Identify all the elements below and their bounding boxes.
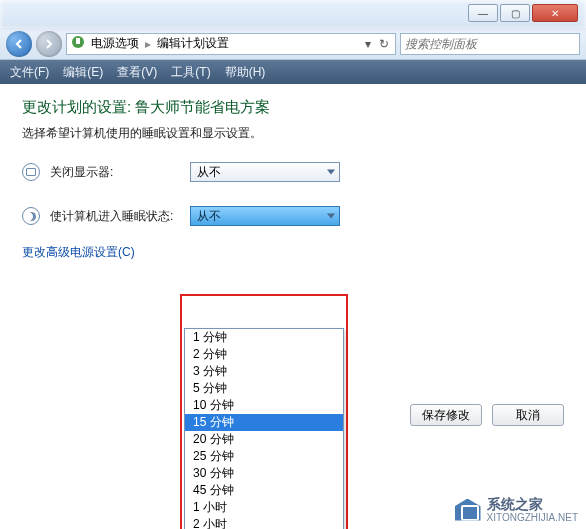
refresh-icon[interactable]: ↻ — [377, 35, 391, 53]
cancel-button[interactable]: 取消 — [492, 404, 564, 426]
monitor-icon — [22, 163, 40, 181]
row-sleep: 使计算机进入睡眠状态: 从不 — [22, 206, 564, 226]
page-description: 选择希望计算机使用的睡眠设置和显示设置。 — [22, 125, 564, 142]
save-button[interactable]: 保存修改 — [410, 404, 482, 426]
sleep-value: 从不 — [197, 208, 221, 225]
menu-edit[interactable]: 编辑(E) — [63, 64, 103, 81]
sleep-option[interactable]: 30 分钟 — [185, 465, 343, 482]
dialog-buttons: 保存修改 取消 — [410, 404, 564, 426]
breadcrumb-icon — [71, 35, 85, 52]
breadcrumb[interactable]: 电源选项 ▸ 编辑计划设置 ▾ ↻ — [66, 33, 396, 55]
advanced-power-link[interactable]: 更改高级电源设置(C) — [22, 244, 135, 261]
window-controls: — ▢ ✕ — [468, 4, 578, 22]
sleep-dropdown[interactable]: 1 分钟2 分钟3 分钟5 分钟10 分钟15 分钟20 分钟25 分钟30 分… — [184, 328, 344, 529]
watermark-sub: XITONGZHIJIA.NET — [487, 512, 579, 523]
minimize-button[interactable]: — — [468, 4, 498, 22]
menu-tools[interactable]: 工具(T) — [171, 64, 210, 81]
arrow-right-icon — [43, 38, 55, 50]
sleep-option[interactable]: 1 分钟 — [185, 329, 343, 346]
sleep-label: 使计算机进入睡眠状态: — [50, 208, 180, 225]
breadcrumb-item-1[interactable]: 电源选项 — [91, 35, 139, 52]
turn-off-display-label: 关闭显示器: — [50, 164, 180, 181]
turn-off-display-value: 从不 — [197, 164, 221, 181]
sleep-option[interactable]: 15 分钟 — [185, 414, 343, 431]
watermark-logo-icon — [455, 499, 481, 521]
search-input[interactable] — [405, 37, 575, 51]
arrow-left-icon — [13, 38, 25, 50]
search-box[interactable] — [400, 33, 580, 55]
menu-view[interactable]: 查看(V) — [117, 64, 157, 81]
chevron-right-icon: ▸ — [145, 37, 151, 51]
back-button[interactable] — [6, 31, 32, 57]
menu-help[interactable]: 帮助(H) — [225, 64, 266, 81]
menu-bar: 文件(F) 编辑(E) 查看(V) 工具(T) 帮助(H) — [0, 60, 586, 84]
breadcrumb-item-2[interactable]: 编辑计划设置 — [157, 35, 229, 52]
sleep-option[interactable]: 45 分钟 — [185, 482, 343, 499]
sleep-option[interactable]: 2 分钟 — [185, 346, 343, 363]
sleep-select[interactable]: 从不 — [190, 206, 340, 226]
maximize-button[interactable]: ▢ — [500, 4, 530, 22]
sleep-option[interactable]: 1 小时 — [185, 499, 343, 516]
svg-rect-1 — [76, 38, 80, 44]
sleep-option[interactable]: 2 小时 — [185, 516, 343, 529]
row-turn-off-display: 关闭显示器: 从不 — [22, 162, 564, 182]
turn-off-display-select[interactable]: 从不 — [190, 162, 340, 182]
menu-file[interactable]: 文件(F) — [10, 64, 49, 81]
watermark: 系统之家 XITONGZHIJIA.NET — [455, 496, 579, 523]
sleep-option[interactable]: 5 分钟 — [185, 380, 343, 397]
moon-icon — [22, 207, 40, 225]
sleep-option[interactable]: 25 分钟 — [185, 448, 343, 465]
sleep-option[interactable]: 3 分钟 — [185, 363, 343, 380]
breadcrumb-dropdown-icon[interactable]: ▾ — [361, 35, 375, 53]
sleep-option[interactable]: 20 分钟 — [185, 431, 343, 448]
sleep-option[interactable]: 10 分钟 — [185, 397, 343, 414]
forward-button[interactable] — [36, 31, 62, 57]
close-button[interactable]: ✕ — [532, 4, 578, 22]
navigation-bar: 电源选项 ▸ 编辑计划设置 ▾ ↻ — [0, 28, 586, 60]
content-area: 更改计划的设置: 鲁大师节能省电方案 选择希望计算机使用的睡眠设置和显示设置。 … — [0, 84, 586, 529]
page-heading: 更改计划的设置: 鲁大师节能省电方案 — [22, 98, 564, 117]
